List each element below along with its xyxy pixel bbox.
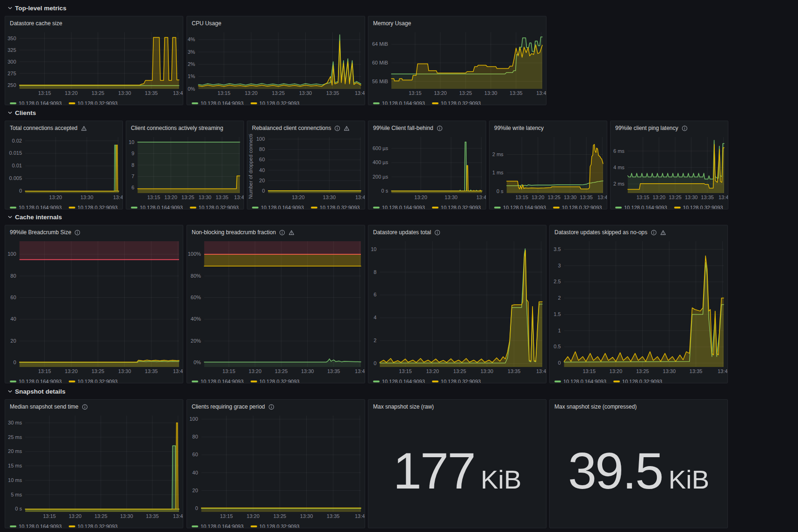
chart-area[interactable]: 25027530032535013:1513:2013:2513:3013:35… bbox=[5, 29, 183, 99]
panel-title[interactable]: Max snapshot size (raw) bbox=[373, 403, 434, 410]
legend-item-yellow[interactable]: 10.128.0.32:9093 bbox=[251, 524, 300, 528]
legend-item-yellow[interactable]: 10.128.0.32:9093 bbox=[432, 205, 481, 209]
panel-title[interactable]: Total connections accepted bbox=[10, 125, 78, 131]
legend-item-green[interactable]: 10.128.0.164:9093 bbox=[192, 524, 244, 528]
legend-item-yellow[interactable]: 10.128.0.32:9093 bbox=[613, 379, 662, 383]
legend-item-green[interactable]: 10.128.0.164:9093 bbox=[494, 205, 546, 209]
chart-area[interactable]: 2 ms4 ms6 ms13:1513:2013:2513:3013:3513:… bbox=[611, 134, 728, 203]
panel-99-ile-client-fall-behind: 99%ile Client fall-behind0 s200 µs400 µs… bbox=[368, 121, 486, 209]
legend-item-green[interactable]: 10.128.0.164:9093 bbox=[131, 205, 183, 209]
legend-item-green[interactable]: 10.128.0.164:9093 bbox=[10, 205, 62, 209]
x-tick-label: 13:30 bbox=[685, 194, 698, 200]
warning-icon[interactable] bbox=[660, 230, 666, 236]
legend-item-green[interactable]: 10.128.0.164:9093 bbox=[10, 379, 62, 383]
y-tick-label: 80 bbox=[192, 434, 198, 439]
panel-title[interactable]: Median snapshot send time bbox=[10, 403, 79, 410]
section-header-top-level-metrics[interactable]: Top-level metrics bbox=[7, 4, 66, 12]
info-icon[interactable] bbox=[82, 404, 88, 410]
legend-dash-yellow bbox=[311, 207, 317, 208]
x-tick-label: 13:15 bbox=[217, 90, 230, 96]
panel-title[interactable]: 99%ile Breadcrumb Size bbox=[10, 229, 71, 236]
y-tick-label: 0 bbox=[374, 360, 376, 366]
legend-item-green[interactable]: 10.128.0.164:9093 bbox=[10, 524, 62, 528]
info-icon[interactable] bbox=[74, 230, 80, 236]
panel-title[interactable]: Clients requiring grace period bbox=[192, 403, 265, 410]
chart-area[interactable]: 00.0050.010.0150.0213:2013:3013:4 bbox=[5, 134, 122, 203]
panel-title[interactable]: Datastore updates total bbox=[373, 229, 431, 236]
info-icon[interactable] bbox=[334, 125, 340, 131]
panel-header: Non-blocking breadcrumb fraction bbox=[187, 225, 365, 238]
x-tick-label: 13:35 bbox=[326, 90, 339, 96]
panel-title[interactable]: 99%ile client ping latency bbox=[615, 125, 678, 131]
chart-area[interactable]: 02040608010013:1513:2013:2513:3013:3513:… bbox=[187, 412, 365, 522]
series-line-yellow bbox=[391, 165, 482, 191]
section-header-snapshot-details[interactable]: Snapshot details bbox=[7, 387, 65, 395]
legend-dash-green bbox=[10, 102, 16, 104]
chart-area[interactable]: 02040608010013:2013:3013:4Number of drop… bbox=[247, 134, 365, 203]
panel-title[interactable]: Memory Usage bbox=[373, 20, 411, 27]
legend-item-green[interactable]: 10.128.0.164:9093 bbox=[192, 379, 244, 383]
panel-legend: 10.128.0.164:909310.128.0.32:9093 bbox=[368, 203, 486, 209]
info-icon[interactable] bbox=[651, 230, 657, 236]
info-icon[interactable] bbox=[279, 230, 285, 236]
x-tick-label: 13:25 bbox=[273, 513, 287, 519]
legend-item-green[interactable]: 10.128.0.164:9093 bbox=[373, 101, 425, 105]
legend-item-green[interactable]: 10.128.0.164:9093 bbox=[10, 101, 62, 105]
panel-title[interactable]: CPU Usage bbox=[192, 20, 221, 27]
y-tick-label: 1% bbox=[187, 73, 195, 79]
series-area-yellow bbox=[380, 251, 542, 367]
legend-item-green[interactable]: 10.128.0.164:9093 bbox=[373, 379, 425, 383]
legend-item-yellow[interactable]: 10.128.0.32:9093 bbox=[311, 205, 360, 209]
chart-area[interactable]: 024681013:1513:2013:2513:3013:3513:4 bbox=[368, 238, 546, 377]
panel-title[interactable]: Client connections actively streaming bbox=[131, 125, 223, 131]
legend-item-yellow[interactable]: 10.128.0.32:9093 bbox=[69, 524, 118, 528]
stat-value: 177KiB bbox=[393, 445, 522, 496]
chart-area[interactable]: 00.511.522.533.513:1513:2013:2513:3013:3… bbox=[550, 238, 727, 377]
chart-area[interactable]: 56 MiB60 MiB64 MiB13:1513:2013:2513:3013… bbox=[368, 29, 546, 99]
legend-item-yellow[interactable]: 10.128.0.32:9093 bbox=[432, 101, 481, 105]
legend-item-yellow[interactable]: 10.128.0.32:9093 bbox=[251, 379, 300, 383]
series-area-green bbox=[204, 359, 361, 367]
legend-item-yellow[interactable]: 10.128.0.32:9093 bbox=[69, 101, 118, 105]
legend-item-green[interactable]: 10.128.0.164:9093 bbox=[373, 205, 425, 209]
legend-item-yellow[interactable]: 10.128.0.32:9093 bbox=[674, 205, 723, 209]
panel-title[interactable]: 99%ile Client fall-behind bbox=[373, 125, 433, 131]
section-header-cache-internals[interactable]: Cache internals bbox=[7, 213, 62, 221]
chart-area[interactable]: 0%1%2%3%4%13:1513:2013:2513:3013:3513:4 bbox=[187, 29, 365, 99]
panel-title[interactable]: Max snapshot size (compressed) bbox=[554, 403, 637, 410]
panel-legend: 10.128.0.164:909310.128.0.32:9093 bbox=[550, 377, 727, 383]
chart-area[interactable]: 67891013:1513:2013:2513:3013:3513:4 bbox=[126, 134, 244, 203]
info-icon[interactable] bbox=[434, 230, 440, 236]
legend-item-green[interactable]: 10.128.0.164:9093 bbox=[252, 205, 304, 209]
section-header-clients[interactable]: Clients bbox=[7, 108, 36, 117]
chart-area[interactable]: 0%20%40%60%80%100%13:1513:2013:2513:3013… bbox=[187, 238, 365, 377]
legend-item-yellow[interactable]: 10.128.0.32:9093 bbox=[69, 205, 118, 209]
chart-area[interactable]: 02040608010013:1513:2013:2513:3013:3513:… bbox=[5, 238, 183, 377]
legend-item-yellow[interactable]: 10.128.0.32:9093 bbox=[190, 205, 239, 209]
x-tick-label: 13:15 bbox=[147, 194, 160, 200]
panel-title[interactable]: Datastore updates skipped as no-ops bbox=[554, 229, 647, 236]
chart-area[interactable]: 0 s200 µs400 µs600 µs13:2013:3013:4 bbox=[368, 134, 486, 203]
panel-title[interactable]: 99%ile write latency bbox=[494, 125, 544, 131]
info-icon[interactable] bbox=[437, 125, 443, 131]
legend-item-yellow[interactable]: 10.128.0.32:9093 bbox=[432, 379, 481, 383]
legend-item-green[interactable]: 10.128.0.164:9093 bbox=[615, 205, 667, 209]
warning-icon[interactable] bbox=[344, 125, 350, 131]
legend-item-yellow[interactable]: 10.128.0.32:9093 bbox=[553, 205, 602, 209]
series-area-yellow bbox=[391, 45, 542, 89]
panel-title[interactable]: Rebalanced client connenctions bbox=[252, 125, 331, 131]
legend-item-yellow[interactable]: 10.128.0.32:9093 bbox=[69, 379, 118, 383]
legend-item-green[interactable]: 10.128.0.164:9093 bbox=[554, 379, 606, 383]
y-tick-label: 40% bbox=[191, 316, 201, 322]
warning-icon[interactable] bbox=[288, 230, 295, 236]
legend-item-green[interactable]: 10.128.0.164:9093 bbox=[192, 101, 244, 105]
warning-icon[interactable] bbox=[81, 125, 87, 131]
info-icon[interactable] bbox=[268, 404, 274, 410]
legend-item-yellow[interactable]: 10.128.0.32:9093 bbox=[251, 101, 300, 105]
chart-area[interactable]: 0 s1 ms2 ms13:1513:2013:2513:3013:3513:4 bbox=[489, 134, 607, 203]
info-icon[interactable] bbox=[682, 125, 688, 131]
chart-area[interactable]: 0 s5 ms10 ms15 ms20 ms25 ms30 ms13:1513:… bbox=[5, 412, 183, 522]
panel-title[interactable]: Datastore cache size bbox=[10, 20, 62, 27]
section-title: Clients bbox=[15, 109, 36, 116]
panel-title[interactable]: Non-blocking breadcrumb fraction bbox=[192, 229, 276, 236]
